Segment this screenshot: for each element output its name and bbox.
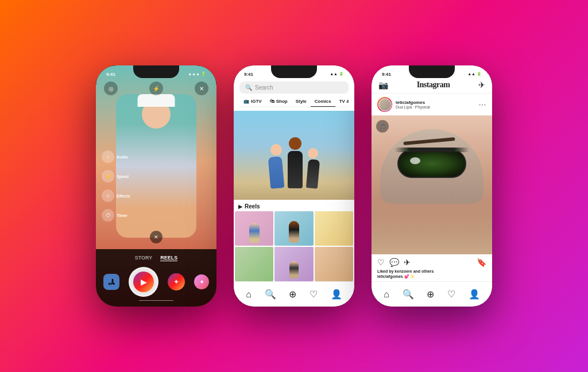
cancel-button[interactable]: ✕ — [150, 231, 163, 243]
shop-label: Shop — [276, 99, 288, 104]
more-options-icon[interactable]: ··· — [479, 100, 486, 108]
phone2-screen: 9:41 ▲▲ 🔋 🔍 Search 📺 IGTV 🛍 Shop Style — [234, 65, 354, 307]
user-info: leticiafgomes Dua Lipa · Physical — [377, 97, 430, 112]
instagram-logo: Instagram — [417, 80, 450, 90]
thumbnail-6[interactable] — [315, 247, 353, 281]
camera-tabs: STORY REELS — [135, 255, 178, 261]
shutter-row: 🏞 ▶ ✦ ✦ — [102, 267, 211, 297]
phone-1-camera: 9:41 ▲▲▲ 🔋 ◎ ⚡ ✕ ♪ Audio ⚡ Speed ☺ Effec — [96, 65, 216, 307]
sparkle-button[interactable]: ✦ — [194, 274, 209, 289]
search-placeholder-text: Search — [255, 84, 273, 91]
phone3-add-icon[interactable]: ⊕ — [427, 289, 434, 300]
search-icon: 🔍 — [245, 84, 252, 91]
phone2-add-icon[interactable]: ⊕ — [289, 289, 296, 300]
phone3-notch — [412, 65, 452, 77]
thumbnail-grid — [234, 211, 354, 281]
flash-icon[interactable]: ⚡ — [149, 82, 163, 95]
dancer-2 — [288, 137, 303, 188]
gallery-button[interactable]: 🏞 — [103, 274, 119, 290]
dancer-1 — [269, 144, 283, 188]
thumb1-figure — [249, 223, 260, 243]
comics-tab[interactable]: Comics — [311, 96, 335, 107]
phone3-heart-icon[interactable]: ♡ — [447, 289, 455, 300]
hero-image — [234, 111, 354, 200]
speed-control[interactable]: ⚡ Speed — [102, 170, 130, 183]
thumb1-person — [235, 223, 273, 243]
post-user-row: leticiafgomes Dua Lipa · Physical ··· — [372, 94, 492, 115]
liked-by-text: Liked by kenzoere and others — [377, 269, 486, 273]
timer-icon[interactable]: ⏱ — [102, 209, 114, 222]
explore-content: ▶ Reels — [234, 111, 354, 281]
bookmark-icon[interactable]: 🔖 — [477, 258, 486, 267]
phone3-screen: 9:41 ▲▲ 🔋 📷 Instagram ✈ leticiafgomes Du… — [372, 65, 492, 307]
effects-icon[interactable]: ☺ — [102, 189, 114, 202]
thumbnail-4[interactable] — [235, 247, 273, 281]
style-tab[interactable]: Style — [292, 96, 311, 107]
eye-highlight — [410, 157, 420, 164]
thumbnail-3[interactable] — [315, 211, 353, 246]
speed-icon[interactable]: ⚡ — [102, 170, 114, 183]
speed-label: Speed — [117, 175, 129, 179]
circle-icon[interactable]: ◎ — [104, 82, 118, 95]
dancers-group — [269, 137, 319, 188]
story-tab[interactable]: STORY — [135, 255, 153, 261]
audio-icon[interactable]: ♪ — [102, 150, 114, 163]
reels-text: Reels — [245, 203, 260, 210]
dancer1-head — [270, 144, 282, 156]
phone3-profile-icon[interactable]: 👤 — [469, 289, 480, 300]
phone2-profile-icon[interactable]: 👤 — [331, 289, 342, 300]
phone3-nav-bar: ⌂ 🔍 ⊕ ♡ 👤 — [372, 281, 492, 307]
phone3-time: 9:41 — [382, 72, 391, 77]
phone2-nav-bar: ⌂ 🔍 ⊕ ♡ 👤 — [234, 281, 354, 307]
user-details: leticiafgomes Dua Lipa · Physical — [396, 100, 430, 109]
eyelashes — [394, 148, 469, 152]
thumbnail-1[interactable] — [235, 211, 273, 246]
thumbnail-2[interactable] — [274, 211, 313, 246]
share-icon[interactable]: ✈ — [404, 258, 411, 267]
reels-section-label: ▶ Reels — [234, 200, 354, 211]
timer-control[interactable]: ⏱ Timer — [102, 209, 130, 222]
header-right-icons: ✈ — [478, 80, 485, 90]
phone2-home-icon[interactable]: ⌂ — [246, 289, 252, 300]
phone3-status-icons: ▲▲ 🔋 — [467, 72, 482, 76]
heart-action-icon[interactable]: ♡ — [377, 258, 385, 267]
user-avatar[interactable] — [377, 97, 392, 112]
dancer1-body — [268, 156, 285, 189]
thumb2-person — [274, 221, 313, 243]
phone1-time: 9:41 — [106, 72, 115, 77]
comment-icon[interactable]: 💬 — [389, 258, 399, 267]
phone3-home-icon[interactable]: ⌂ — [384, 289, 389, 300]
close-icon[interactable]: ✕ — [195, 82, 208, 95]
caption-emoji: 💕✨ — [404, 274, 415, 278]
tv-movie-tab[interactable]: TV & Movie — [335, 96, 349, 107]
igtv-label: IGTV — [251, 99, 262, 104]
reels-effect-button[interactable]: ✦ — [168, 273, 185, 290]
phone2-heart-icon[interactable]: ♡ — [310, 289, 318, 300]
phone1-screen: 9:41 ▲▲▲ 🔋 ◎ ⚡ ✕ ♪ Audio ⚡ Speed ☺ Effec — [96, 65, 216, 307]
phone3-search-icon[interactable]: 🔍 — [403, 289, 414, 300]
post-actions: ♡ 💬 ✈ 🔖 Liked by kenzoere and others let… — [372, 254, 492, 281]
post-caption: leticiafgomes 💕✨ — [377, 274, 486, 279]
effects-control[interactable]: ☺ Effects — [102, 189, 130, 202]
reels-shutter-icon: ▶ — [133, 272, 154, 292]
shop-icon: 🛍 — [270, 99, 274, 104]
username[interactable]: leticiafgomes — [396, 100, 430, 105]
eyebrow — [403, 137, 455, 145]
search-bar[interactable]: 🔍 Search — [239, 82, 349, 94]
phone1-status-icons: ▲▲▲ 🔋 — [188, 72, 206, 76]
music-note-icon[interactable]: 🎵 — [376, 120, 389, 133]
skin-gradient — [372, 199, 492, 254]
send-icon[interactable]: ✈ — [478, 80, 485, 90]
igtv-tab[interactable]: 📺 IGTV — [239, 96, 266, 107]
shop-tab[interactable]: 🛍 Shop — [266, 96, 292, 107]
user-avatar-inner — [378, 98, 392, 111]
shutter-button[interactable]: ▶ — [129, 267, 158, 297]
thumbnail-5[interactable] — [274, 247, 313, 281]
camera-top-controls: ◎ ⚡ ✕ — [96, 82, 216, 95]
phone2-search-nav-icon[interactable]: 🔍 — [265, 289, 276, 300]
camera-bottom-bar: STORY REELS 🏞 ▶ ✦ ✦ — [96, 249, 216, 307]
reels-label-icon: ▶ — [238, 204, 242, 210]
reels-tab[interactable]: REELS — [160, 255, 177, 261]
camera-header-icon[interactable]: 📷 — [378, 80, 388, 90]
audio-control[interactable]: ♪ Audio — [102, 150, 130, 163]
